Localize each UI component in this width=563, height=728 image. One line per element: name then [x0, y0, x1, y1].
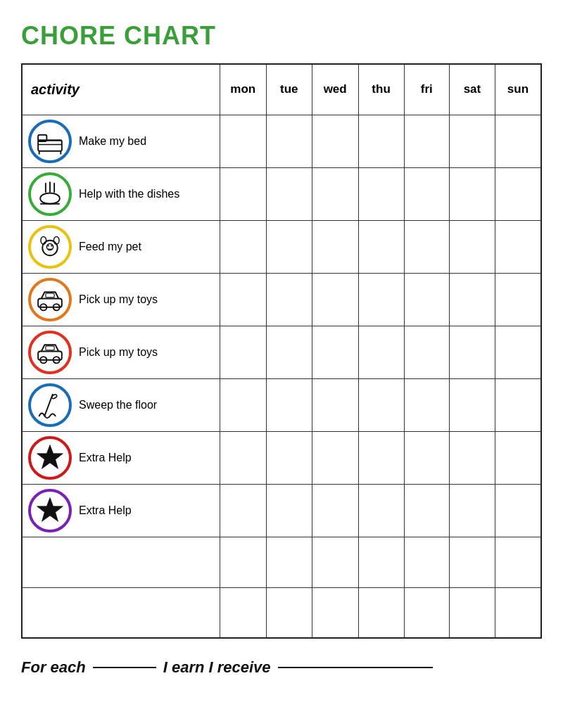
activity-cell-toys2: Pick up my toys: [22, 326, 220, 378]
day-cell-extra2-6[interactable]: [495, 484, 541, 537]
car-icon: [28, 278, 72, 321]
day-cell-pet-4[interactable]: [404, 220, 449, 273]
day-cell-blank1-0[interactable]: [220, 537, 266, 587]
day-cell-blank1-4[interactable]: [404, 537, 449, 587]
day-cell-extra2-1[interactable]: [266, 484, 312, 537]
header-wed: wed: [312, 64, 358, 115]
day-cell-toys1-0[interactable]: [220, 273, 266, 326]
day-cell-blank2-2[interactable]: [312, 587, 358, 638]
day-cell-blank2-0[interactable]: [220, 587, 266, 638]
activity-cell-blank1: [22, 537, 220, 587]
activity-label-make-bed: Make my bed: [79, 134, 146, 148]
table-row: Help with the dishes: [22, 167, 541, 220]
chore-table: activity mon tue wed thu fri sat sun Mak…: [21, 63, 542, 639]
activity-label-toys2: Pick up my toys: [79, 345, 158, 359]
header-sun: sun: [495, 64, 541, 115]
day-cell-toys1-6[interactable]: [495, 273, 541, 326]
day-cell-blank2-5[interactable]: [449, 587, 495, 638]
table-row: Sweep the floor: [22, 378, 541, 431]
day-cell-dishes-2[interactable]: [312, 167, 358, 220]
header-sat: sat: [449, 64, 495, 115]
activity-label-toys1: Pick up my toys: [79, 293, 158, 306]
day-cell-toys1-4[interactable]: [404, 273, 449, 326]
day-cell-toys1-3[interactable]: [358, 273, 404, 326]
day-cell-dishes-6[interactable]: [495, 167, 541, 220]
day-cell-make-bed-3[interactable]: [358, 115, 404, 167]
day-cell-dishes-4[interactable]: [404, 167, 449, 220]
day-cell-toys2-5[interactable]: [449, 326, 495, 378]
svg-point-11: [42, 240, 57, 255]
day-cell-blank2-1[interactable]: [266, 587, 312, 638]
day-cell-make-bed-1[interactable]: [266, 115, 312, 167]
day-cell-sweep-0[interactable]: [220, 378, 266, 431]
table-row: Extra Help: [22, 484, 541, 537]
day-cell-pet-3[interactable]: [358, 220, 404, 273]
day-cell-make-bed-5[interactable]: [449, 115, 495, 167]
day-cell-extra1-0[interactable]: [220, 431, 266, 484]
day-cell-toys2-2[interactable]: [312, 326, 358, 378]
table-row: Make my bed: [22, 115, 541, 167]
day-cell-dishes-5[interactable]: [449, 167, 495, 220]
day-cell-blank2-3[interactable]: [358, 587, 404, 638]
header-tue: tue: [266, 64, 312, 115]
day-cell-toys2-4[interactable]: [404, 326, 449, 378]
svg-rect-20: [46, 293, 54, 297]
activity-label-extra1: Extra Help: [79, 451, 132, 464]
day-cell-pet-6[interactable]: [495, 220, 541, 273]
activity-cell-sweep: Sweep the floor: [22, 378, 220, 431]
table-row: Pick up my toys: [22, 273, 541, 326]
day-cell-extra2-2[interactable]: [312, 484, 358, 537]
activity-cell-blank2: [22, 587, 220, 638]
day-cell-dishes-1[interactable]: [266, 167, 312, 220]
day-cell-toys2-3[interactable]: [358, 326, 404, 378]
day-cell-blank2-4[interactable]: [404, 587, 449, 638]
day-cell-sweep-6[interactable]: [495, 378, 541, 431]
day-cell-toys2-6[interactable]: [495, 326, 541, 378]
day-cell-toys1-5[interactable]: [449, 273, 495, 326]
day-cell-toys1-2[interactable]: [312, 273, 358, 326]
activity-label-sweep: Sweep the floor: [79, 398, 157, 411]
day-cell-blank1-5[interactable]: [449, 537, 495, 587]
day-cell-pet-1[interactable]: [266, 220, 312, 273]
day-cell-blank1-1[interactable]: [266, 537, 312, 587]
car-icon: [28, 331, 72, 374]
svg-point-9: [40, 193, 60, 203]
day-cell-toys1-1[interactable]: [266, 273, 312, 326]
day-cell-pet-2[interactable]: [312, 220, 358, 273]
day-cell-sweep-2[interactable]: [312, 378, 358, 431]
day-cell-extra2-0[interactable]: [220, 484, 266, 537]
day-cell-extra1-6[interactable]: [495, 431, 541, 484]
day-cell-dishes-0[interactable]: [220, 167, 266, 220]
day-cell-sweep-5[interactable]: [449, 378, 495, 431]
day-cell-sweep-1[interactable]: [266, 378, 312, 431]
day-cell-pet-5[interactable]: [449, 220, 495, 273]
activity-cell-extra2: Extra Help: [22, 484, 220, 537]
day-cell-blank1-3[interactable]: [358, 537, 404, 587]
day-cell-extra1-2[interactable]: [312, 431, 358, 484]
day-cell-make-bed-0[interactable]: [220, 115, 266, 167]
day-cell-toys2-1[interactable]: [266, 326, 312, 378]
day-cell-extra1-3[interactable]: [358, 431, 404, 484]
day-cell-blank1-2[interactable]: [312, 537, 358, 587]
day-cell-extra2-5[interactable]: [449, 484, 495, 537]
day-cell-toys2-0[interactable]: [220, 326, 266, 378]
day-cell-blank2-6[interactable]: [495, 587, 541, 638]
day-cell-sweep-3[interactable]: [358, 378, 404, 431]
day-cell-extra1-5[interactable]: [449, 431, 495, 484]
day-cell-pet-0[interactable]: [220, 220, 266, 273]
header-thu: thu: [358, 64, 404, 115]
bed-icon: [28, 120, 72, 163]
day-cell-extra2-3[interactable]: [358, 484, 404, 537]
day-cell-make-bed-6[interactable]: [495, 115, 541, 167]
day-cell-extra2-4[interactable]: [404, 484, 449, 537]
header-fri: fri: [404, 64, 449, 115]
day-cell-dishes-3[interactable]: [358, 167, 404, 220]
svg-marker-28: [37, 497, 63, 521]
day-cell-extra1-4[interactable]: [404, 431, 449, 484]
svg-rect-24: [46, 345, 54, 350]
day-cell-extra1-1[interactable]: [266, 431, 312, 484]
day-cell-make-bed-2[interactable]: [312, 115, 358, 167]
day-cell-sweep-4[interactable]: [404, 378, 449, 431]
day-cell-blank1-6[interactable]: [495, 537, 541, 587]
day-cell-make-bed-4[interactable]: [404, 115, 449, 167]
